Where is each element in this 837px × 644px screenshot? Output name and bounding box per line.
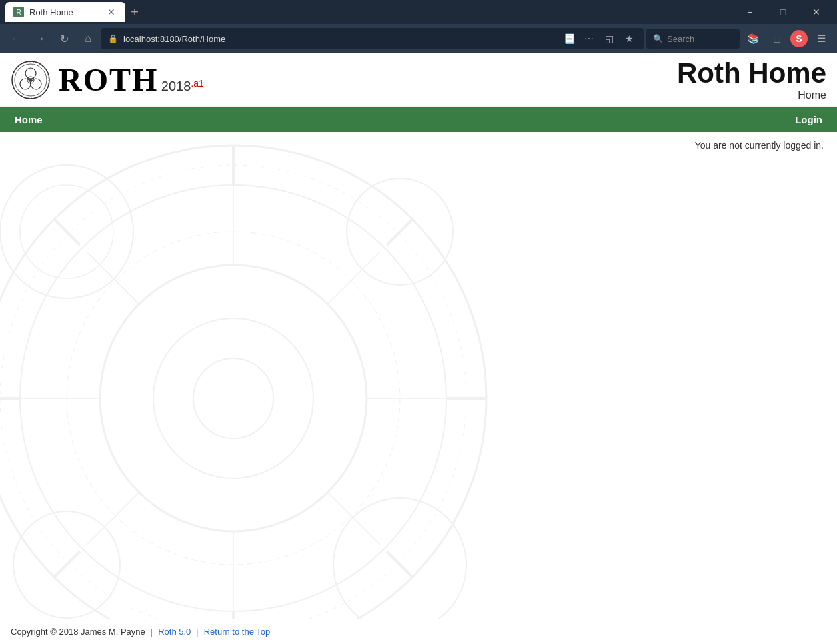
sidebar-icon[interactable]: □ (766, 28, 788, 49)
svg-point-6 (29, 79, 32, 81)
svg-line-32 (327, 252, 380, 305)
svg-point-25 (13, 511, 120, 618)
site-header-right: Roth Home Home (677, 58, 826, 101)
search-placeholder: Search (667, 34, 694, 44)
site-main: You are not currently logged in. (0, 132, 837, 619)
pocket-icon[interactable]: ◱ (601, 31, 617, 47)
browser-titlebar: R Roth Home ✕ + − □ ✕ (0, 0, 837, 24)
home-button[interactable]: ⌂ (77, 28, 99, 49)
security-icon: 🔒 (108, 34, 118, 43)
svg-point-22 (20, 185, 113, 278)
svg-line-33 (87, 491, 140, 545)
library-icon[interactable]: 📚 (742, 28, 764, 49)
svg-point-23 (333, 498, 466, 619)
minimize-button[interactable]: − (734, 0, 765, 24)
site-subtitle: Home (677, 89, 826, 101)
tab-favicon: R (13, 7, 24, 17)
footer-top-link[interactable]: Return to the Top (204, 627, 271, 637)
reader-mode-icon[interactable]: 📃 (561, 31, 577, 47)
bookmark-icon[interactable]: ★ (621, 31, 637, 47)
search-icon: 🔍 (653, 34, 663, 43)
svg-point-12 (193, 358, 273, 438)
footer-copyright: Copyright © 2018 James M. Payne (11, 627, 145, 637)
svg-line-17 (53, 218, 80, 245)
new-tab-button[interactable]: + (125, 3, 144, 21)
svg-line-31 (327, 491, 380, 545)
site-header: ROTH 2018.a1 Roth Home Home (0, 53, 837, 107)
svg-point-11 (153, 318, 313, 478)
svg-line-18 (387, 551, 413, 578)
tab-bar: R Roth Home ✕ + (5, 2, 732, 22)
site-nav: Home Login (0, 107, 837, 132)
logo-text-group: ROTH 2018.a1 (59, 61, 204, 98)
address-text: localhost:8180/Roth/Home (123, 34, 225, 44)
svg-point-2 (25, 68, 36, 79)
background-watermark (0, 132, 837, 619)
browser-toolbar: ← → ↻ ⌂ 🔒 localhost:8180/Roth/Home 📃 ⋯ ◱… (0, 24, 837, 53)
logo-year: 2018 (161, 79, 191, 93)
more-options-icon[interactable]: ⋯ (581, 31, 597, 47)
svg-point-9 (20, 185, 446, 611)
svg-point-21 (0, 165, 133, 298)
address-bar[interactable]: 🔒 localhost:8180/Roth/Home 📃 ⋯ ◱ ★ (101, 28, 644, 49)
tab-title: Roth Home (29, 7, 73, 17)
browser-search-box[interactable]: 🔍 Search (646, 29, 740, 49)
site-logo: ROTH 2018.a1 (11, 60, 204, 100)
logo-emblem-icon (11, 60, 51, 100)
logo-roth-text: ROTH (59, 62, 158, 97)
svg-point-8 (0, 145, 486, 619)
svg-line-19 (387, 218, 413, 245)
browser-tab[interactable]: R Roth Home ✕ (5, 2, 125, 22)
site-footer: Copyright © 2018 James M. Payne | Roth 5… (0, 619, 837, 644)
svg-point-10 (100, 265, 367, 531)
svg-point-34 (67, 232, 400, 565)
footer-sep-1: | (151, 627, 153, 637)
nav-login-link[interactable]: Login (788, 110, 829, 129)
forward-button[interactable]: → (29, 28, 51, 49)
address-icons: 📃 ⋯ ◱ ★ (561, 31, 637, 47)
close-button[interactable]: ✕ (801, 0, 832, 24)
window-controls: − □ ✕ (734, 0, 832, 24)
site-title: Roth Home (677, 58, 826, 89)
footer-roth-link[interactable]: Roth 5.0 (158, 627, 191, 637)
sync-button[interactable]: S (790, 30, 808, 47)
toolbar-right: 🔍 Search 📚 □ S ☰ (646, 28, 832, 49)
svg-point-3 (20, 79, 31, 89)
footer-sep-2: | (196, 627, 198, 637)
reload-button[interactable]: ↻ (53, 28, 75, 49)
logo-version: .a1 (191, 78, 203, 89)
svg-line-30 (87, 252, 140, 305)
svg-line-20 (53, 551, 80, 578)
tab-close-button[interactable]: ✕ (105, 6, 117, 18)
menu-icon[interactable]: ☰ (810, 28, 832, 49)
svg-point-24 (347, 178, 453, 285)
svg-point-35 (0, 165, 466, 619)
svg-point-4 (31, 79, 41, 89)
back-button[interactable]: ← (5, 28, 27, 49)
nav-home-link[interactable]: Home (8, 110, 49, 129)
not-logged-in-message: You are not currently logged in. (0, 132, 837, 159)
restore-button[interactable]: □ (768, 0, 798, 24)
